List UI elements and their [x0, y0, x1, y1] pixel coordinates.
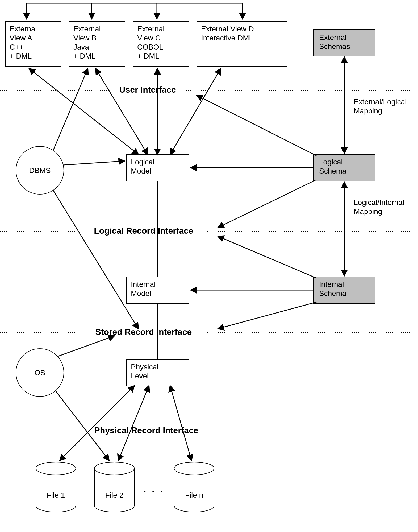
label: Interactive DML [201, 34, 253, 42]
internal-model: Internal Model [126, 277, 189, 303]
arrow [53, 69, 88, 150]
arrow [197, 95, 316, 156]
svg-point-30 [174, 462, 214, 475]
label: + DML [73, 52, 95, 60]
external-view-a: External View A C++ + DML [5, 21, 61, 67]
architecture-diagram: External View A C++ + DML External View … [0, 0, 418, 532]
label: File n [185, 491, 203, 499]
os-circle: OS [16, 349, 64, 397]
arrow [218, 302, 316, 329]
label: Internal [131, 280, 156, 288]
mapping-label: Mapping [354, 107, 382, 115]
label: OS [35, 369, 45, 377]
logical-model: Logical Model [126, 154, 189, 181]
label: File 2 [105, 491, 123, 499]
label: Level [131, 372, 149, 380]
label: External View D [201, 25, 254, 33]
label: Logical [319, 158, 343, 166]
label: View A [10, 34, 32, 42]
label: External [319, 33, 346, 42]
file-n-cylinder: File n [174, 462, 214, 512]
svg-point-26 [36, 462, 76, 475]
label: Model [131, 289, 151, 298]
arrow [218, 180, 316, 228]
stored-record-interface-heading: Stored Record Interface [95, 327, 192, 337]
arrow [57, 336, 114, 357]
mapping-label: Mapping [354, 207, 382, 216]
external-view-b: External View B Java + DML [69, 21, 125, 67]
label: Logical [131, 158, 154, 166]
label: Physical [131, 363, 158, 371]
file-2-cylinder: File 2 [94, 462, 134, 512]
label: View C [137, 34, 161, 42]
arrow [63, 161, 124, 165]
ellipsis-label: . . . [144, 484, 164, 494]
label: COBOL [137, 43, 163, 51]
external-view-c: External View C COBOL + DML [133, 21, 189, 67]
logical-record-interface-heading: Logical Record Interface [94, 226, 193, 236]
external-schemas: External Schemas [314, 29, 375, 56]
external-view-d: External View D Interactive DML [197, 21, 287, 67]
label: External [10, 25, 37, 33]
label: DBMS [29, 166, 51, 175]
label: Schema [319, 167, 346, 175]
label: Schemas [319, 42, 350, 51]
label: + DML [137, 52, 159, 60]
arrow [170, 69, 221, 154]
label: Internal [319, 280, 344, 288]
logical-schema: Logical Schema [314, 154, 375, 181]
label: Schema [319, 289, 346, 298]
label: Model [131, 167, 151, 175]
label: External [73, 25, 101, 33]
mapping-label: External/Logical [354, 98, 407, 106]
mapping-label: Logical/Internal [354, 198, 404, 207]
arrow [53, 190, 138, 329]
label: External [137, 25, 165, 33]
file-1-cylinder: File 1 [36, 462, 76, 512]
svg-point-28 [94, 462, 134, 475]
label: C++ [10, 43, 24, 51]
label: File 1 [47, 491, 65, 499]
arrow [218, 236, 316, 278]
label: + DML [10, 52, 32, 60]
dbms-circle: DBMS [16, 146, 64, 194]
physical-level: Physical Level [126, 359, 189, 386]
label: View B [73, 34, 97, 42]
internal-schema: Internal Schema [314, 277, 375, 303]
arrow [170, 386, 191, 460]
label: Java [73, 43, 89, 51]
user-interface-heading: User Interface [119, 85, 176, 94]
